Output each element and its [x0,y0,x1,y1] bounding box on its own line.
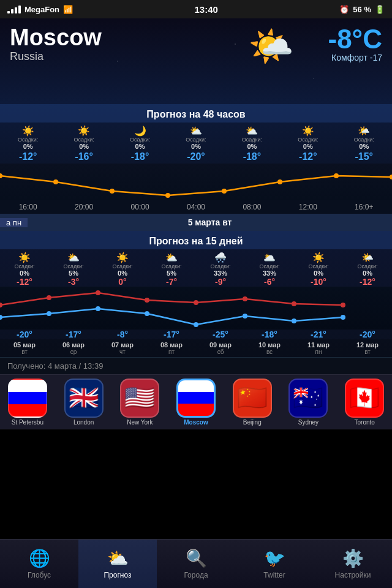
nav-item-forecast[interactable]: ⛅ Прогноз [78,540,157,588]
day-icon-4: 🌨️ [196,252,245,263]
nav-item-settings[interactable]: ⚙️ Настройки [314,540,392,588]
temp-display: -8°C Комфорт -17 [328,26,383,62]
city-thumb-st-petersbu[interactable]: St Petersbu [0,379,55,426]
temp48-1: -16° [56,151,111,162]
update-info: Получено: 4 марта / 13:39 [0,357,392,374]
weather-header: Moscow Russia 🌤️ -8°C Комфорт -17 [0,18,392,104]
svg-point-23 [341,315,345,320]
city-flag-new-york: 🇺🇸 [120,379,159,418]
thigh15-6: -10° [294,277,343,287]
tlow15-2: -8° [98,330,147,339]
city-thumb-toronto[interactable]: 🇨🇦 Toronto [337,379,392,426]
time-6: 16:0+ [336,200,392,214]
day-icon-3: ⛅ [147,252,196,263]
city-flag-moscow [176,379,216,418]
wifi-icon: 📶 [63,5,73,14]
precip15-0: Осадки:0% [0,263,49,277]
svg-point-18 [96,306,100,311]
city-thumb-new-york[interactable]: 🇺🇸 New York [112,379,167,426]
signal-bar-1 [7,11,10,13]
precip-4: Осадки:0% [224,137,280,150]
thigh15-3: -7° [147,277,196,287]
chart-svg-15 [0,287,392,330]
city-flag-beijing: 🇨🇳 [233,379,272,418]
signal-bar-4 [18,6,21,13]
nav-item-globe[interactable]: 🌐 Глобус [0,540,78,588]
city-thumb-moscow[interactable]: Moscow [168,379,224,426]
hour-icon-4: ⛅ [224,125,280,137]
svg-point-8 [0,303,2,307]
svg-point-5 [277,179,282,184]
precip-3: Осадки:0% [168,137,224,150]
day-label-3: 08 марпт [147,341,196,355]
city-thumb-label-beijing: Beijing [243,419,262,426]
temp48-2: -18° [112,151,168,162]
precip-row-48: Осадки:0% Осадки:0% Осадки:0% Осадки:0% … [0,137,392,150]
nav-item-cities[interactable]: 🔍 Города [157,540,235,588]
hour-icon-1: ☀️ [56,125,111,137]
day-icon-0: ☀️ [0,252,49,263]
precip15-2: Осадки:0% [98,263,147,277]
thigh15-1: -3° [49,277,98,287]
svg-point-9 [47,295,51,300]
precip-5: Осадки:0% [280,137,336,150]
svg-point-10 [96,290,100,295]
status-bar: MegaFon 📶 13:40 ⏰ 56 % 🔋 [0,0,392,18]
day-label-5: 10 марвс [245,341,294,355]
chart-15 [0,287,392,330]
day-icon-1: ⛅ [49,252,98,263]
svg-point-16 [0,315,2,320]
city-thumb-label-new-york: New York [127,419,153,426]
time-1: 20:00 [56,200,111,214]
tlow15-0: -20° [0,330,49,339]
temps-high-15: -12° -3° 0° -7° -9° -6° -10° -12° [0,277,392,287]
city-thumb-sydney[interactable]: 🇦🇺 Sydney [281,379,336,426]
nav-label-forecast: Прогноз [104,571,131,579]
city-flag-sydney: 🇦🇺 [288,379,328,418]
svg-point-2 [110,189,115,194]
days-label-row: 05 марвт 06 марср 07 марчт 08 марпт 09 м… [0,339,392,357]
svg-point-0 [0,173,2,178]
weather-icons-row-48: ☀️ ☀️ 🌙 ⛅ ⛅ ☀️ 🌤️ [0,123,392,137]
day-label-0: 05 марвт [0,341,49,355]
nav-label-settings: Настройки [335,571,371,579]
twitter-icon: 🐦 [264,548,285,568]
precip-row-15: Осадки:0% Осадки:5% Осадки:0% Осадки:5% … [0,263,392,277]
nav-item-twitter[interactable]: 🐦 Twitter [235,540,314,588]
city-thumb-beijing[interactable]: 🇨🇳 Beijing [225,379,280,426]
svg-point-4 [222,189,227,194]
cities-icon: 🔍 [186,548,207,568]
day-icon-5: 🌥️ [245,252,294,263]
city-flag-toronto: 🇨🇦 [345,379,384,418]
thigh15-7: -12° [343,277,392,287]
forecast-icon: ⛅ [107,548,129,568]
city-flag-st-petersbu [8,379,47,418]
nav-label-globe: Глобус [28,571,51,579]
time-4: 08:00 [224,200,280,214]
weather-icons-row-15: ☀️ ⛅ ☀️ ⛅ 🌨️ 🌥️ ☀️ 🌤️ [0,249,392,263]
precip-6: Осадки:0% [336,137,392,150]
svg-point-21 [243,314,247,318]
hour-icon-3: ⛅ [168,125,224,137]
thigh15-2: 0° [98,277,147,287]
city-name: Moscow [10,26,382,49]
day-label-6: 11 марпн [294,341,343,355]
city-thumb-label-london: London [74,419,94,426]
temp48-0: -12° [0,151,56,162]
precip15-1: Осадки:5% [49,263,98,277]
time-row-48: 16:00 20:00 00:00 04:00 08:00 12:00 16:0… [0,200,392,214]
svg-point-17 [47,311,51,316]
svg-point-19 [145,311,149,316]
hour-icon-2: 🌙 [112,125,168,137]
tlow15-3: -17° [147,330,196,339]
tlow15-1: -17° [49,330,98,339]
svg-point-20 [194,322,198,327]
hour-icon-5: ☀️ [280,125,336,137]
precip-0: Осадки:0% [0,137,56,150]
temp48-4: -18° [224,151,280,162]
city-thumb-london[interactable]: 🇬🇧 London [56,379,111,426]
svg-point-1 [53,179,58,184]
chart-48 [0,164,392,200]
temps-row-48: -12° -16° -18° -20° -18° -12° -15° [0,150,392,164]
time-5: 12:00 [280,200,336,214]
